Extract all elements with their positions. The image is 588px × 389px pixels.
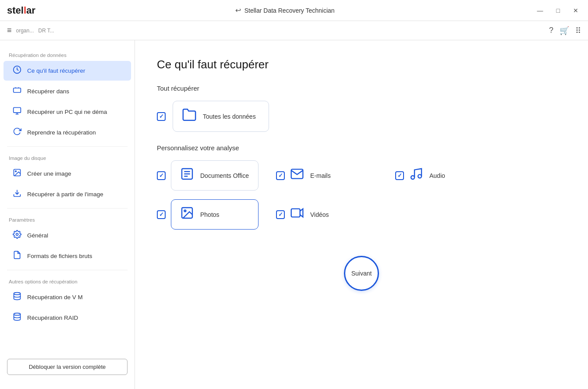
hamburger-icon[interactable]: ≡ (7, 26, 12, 35)
app-logo: stellar (7, 5, 35, 16)
sidebar-item-resume[interactable]: Reprendre la récupération (4, 123, 131, 142)
svg-point-7 (16, 233, 18, 236)
sidebar-item-create-image[interactable]: Créer une image (4, 164, 131, 184)
cart-icon[interactable]: 🛒 (560, 26, 569, 35)
photos-label: Photos (200, 211, 220, 218)
svg-rect-18 (291, 209, 300, 217)
audio-icon (409, 167, 423, 184)
video-icon (290, 206, 304, 223)
sidebar-item-recover-image[interactable]: Récupérer à partir de l'image (4, 184, 131, 204)
sidebar-item-what-to-recover[interactable]: Ce qu'il faut récupérer (4, 61, 131, 81)
all-data-label: Toutes les données (203, 113, 256, 120)
option-office-group: Documents Office (157, 160, 259, 191)
sidebar-label-resume: Reprendre la récupération (27, 129, 96, 136)
checkbox-all-data[interactable] (157, 112, 166, 121)
unlock-button[interactable]: Débloquer la version complète (7, 359, 128, 375)
option-inline-audio: Audio (409, 167, 497, 184)
svg-point-17 (184, 210, 186, 212)
option-card-photos[interactable]: Photos (171, 199, 259, 230)
toolbar-left: ≡ organ... DR T... (7, 26, 54, 35)
sidebar-label-general: Général (27, 232, 48, 239)
sidebar-label-recover-from: Récupérer dans (27, 88, 69, 95)
checkbox-emails[interactable] (276, 171, 285, 180)
checkbox-videos[interactable] (276, 210, 285, 219)
sidebar-section-other: Autres options de récupération (0, 274, 135, 287)
sidebar-label-recover-pc: Récupérer un PC qui ne déma (27, 109, 107, 115)
title-bar-right: — □ ✕ (535, 5, 581, 16)
title-bar-center: ↩ Stellar Data Recovery Technician (235, 6, 335, 14)
grid-icon[interactable]: ⠿ (575, 26, 581, 35)
sidebar-item-raw-formats[interactable]: Formats de fichiers bruts (4, 246, 131, 266)
raid-recovery-icon (12, 312, 22, 323)
options-row-2: Photos Vidéos (157, 199, 566, 230)
checkbox-audio[interactable] (395, 171, 404, 180)
recover-pc-icon (12, 106, 22, 117)
toolbar: ≡ organ... DR T... ? 🛒 ⠿ (0, 21, 588, 40)
section-all-label: Tout récupérer (157, 85, 566, 92)
folder-icon (182, 107, 197, 125)
section-customize-label: Personnalisez votre analyse (157, 144, 566, 152)
sidebar-section-settings: Paramètres (0, 212, 135, 225)
toolbar-right: ? 🛒 ⠿ (549, 26, 581, 35)
sidebar-label-raw-formats: Formats de fichiers bruts (27, 253, 92, 259)
recover-what-icon (12, 65, 22, 76)
general-icon (12, 230, 22, 241)
sidebar-bottom: Débloquer la version complète (0, 352, 135, 382)
sidebar-label-create-image: Créer une image (27, 170, 71, 177)
option-audio-group: Audio (395, 167, 497, 184)
sidebar-divider-1 (7, 146, 128, 147)
content-area: Ce qu'il faut récupérer Tout récupérer T… (135, 40, 588, 389)
svg-point-9 (14, 313, 21, 315)
close-button[interactable]: ✕ (570, 5, 581, 16)
raw-formats-icon (12, 251, 22, 262)
sidebar-item-recover-pc[interactable]: Récupérer un PC qui ne déma (4, 102, 131, 122)
create-image-icon (12, 168, 22, 179)
option-inline-videos: Vidéos (290, 206, 378, 223)
recover-image-icon (12, 189, 22, 200)
checkbox-office[interactable] (157, 171, 166, 180)
sidebar-item-general[interactable]: Général (4, 226, 131, 245)
sidebar-divider-3 (7, 270, 128, 270)
sidebar-item-recover-from[interactable]: Récupérer dans (4, 81, 131, 101)
svg-point-8 (14, 293, 21, 295)
sidebar-section-data-recovery: Récupération de données (0, 47, 135, 60)
option-videos-group: Vidéos (276, 206, 378, 223)
sidebar: Récupération de données Ce qu'il faut ré… (0, 40, 135, 389)
minimize-button[interactable]: — (535, 5, 546, 16)
option-inline-emails: E-mails (290, 167, 378, 184)
photos-icon (180, 206, 194, 223)
svg-rect-2 (14, 108, 21, 113)
breadcrumb-text: organ... (16, 28, 34, 34)
sidebar-item-vm-recovery[interactable]: Récupération de V M (4, 287, 131, 307)
section-all-recover: Tout récupérer Toutes les données (157, 85, 566, 132)
breadcrumb-sub: DR T... (38, 28, 54, 34)
svg-rect-1 (14, 88, 21, 92)
checkbox-photos[interactable] (157, 210, 166, 219)
page-title: Ce qu'il faut récupérer (157, 58, 566, 71)
suivant-container: Suivant (157, 256, 566, 291)
sidebar-label-recover-image: Récupérer à partir de l'image (27, 191, 103, 198)
option-photos-group: Photos (157, 199, 259, 230)
office-icon (180, 167, 194, 184)
svg-point-15 (418, 174, 422, 178)
maximize-button[interactable]: □ (554, 5, 563, 16)
vm-recovery-icon (12, 292, 22, 303)
suivant-button[interactable]: Suivant (344, 256, 379, 291)
resume-icon (12, 127, 22, 138)
audio-label: Audio (429, 172, 445, 179)
section-customize: Personnalisez votre analyse (157, 144, 566, 230)
option-card-all-data[interactable]: Toutes les données (173, 101, 269, 132)
emails-label: E-mails (310, 172, 331, 179)
email-icon (290, 167, 304, 184)
sidebar-item-raid-recovery[interactable]: Récupération RAID (4, 308, 131, 328)
sidebar-divider-2 (7, 208, 128, 209)
options-row-1: Documents Office E-mails (157, 160, 566, 191)
sidebar-label-what-to-recover: Ce qu'il faut récupérer (27, 67, 85, 74)
help-icon[interactable]: ? (549, 26, 553, 35)
option-card-office[interactable]: Documents Office (171, 160, 259, 191)
svg-point-5 (15, 171, 17, 172)
videos-label: Vidéos (310, 211, 329, 218)
back-icon: ↩ (235, 6, 241, 14)
title-bar-left: stellar (7, 5, 35, 16)
sidebar-label-raid-recovery: Récupération RAID (27, 315, 78, 321)
